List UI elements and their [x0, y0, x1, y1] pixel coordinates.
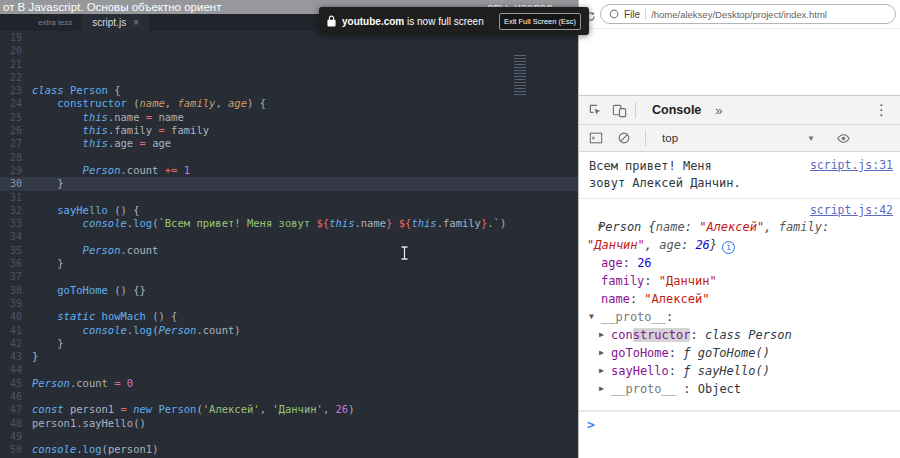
code-line[interactable]: 31	[0, 191, 578, 204]
code-line[interactable]: 49	[0, 430, 578, 443]
expanded-arrow-icon[interactable]: ▼	[589, 308, 594, 326]
line-number: 34	[0, 230, 32, 243]
console-object-tree: ▼Person {name: "Алексей", family: "Данчи…	[587, 218, 893, 398]
clear-console-icon[interactable]	[613, 126, 635, 150]
expanded-arrow-icon[interactable]: ▼	[587, 218, 603, 236]
line-number: 46	[0, 390, 32, 403]
code-line[interactable]: 42 }	[0, 337, 578, 350]
collapsed-arrow-icon[interactable]: ▶	[599, 362, 604, 380]
collapsed-arrow-icon[interactable]: ▶	[599, 326, 604, 344]
code-line[interactable]: 47const person1 = new Person('Алексей', …	[0, 403, 578, 416]
collapsed-arrow-icon[interactable]: ▶	[599, 380, 604, 398]
code-text: goToHome () {}	[32, 284, 146, 297]
line-number: 23	[0, 84, 32, 97]
code-line[interactable]: 46	[0, 390, 578, 403]
code-line[interactable]: 21	[0, 58, 578, 71]
code-line[interactable]: 34	[0, 230, 578, 243]
device-toolbar-icon[interactable]	[607, 98, 631, 122]
minimap[interactable]	[514, 55, 526, 95]
close-icon[interactable]: ×	[133, 17, 139, 28]
code-line[interactable]: 43}	[0, 350, 578, 363]
console-tree-row[interactable]: ▶constructor: class Person	[587, 326, 893, 344]
code-line[interactable]: 45Person.count = 0	[0, 377, 578, 390]
line-number: 43	[0, 350, 32, 363]
tab-label: extra less	[38, 18, 72, 27]
console-tree-row[interactable]: ▶__proto__ : Object	[587, 380, 893, 398]
notification-site: youtube.com	[342, 16, 404, 27]
console-tree-row[interactable]: name: "Алексей"	[587, 290, 893, 308]
screen: от В Javascript. Основы объектно ориент …	[0, 0, 900, 458]
video-title-left: от В Javascript. Основы объектно ориент	[3, 0, 221, 14]
code-text: const person1 = new Person('Алексей', 'Д…	[32, 403, 355, 416]
code-line[interactable]: 27 this.age = age	[0, 137, 578, 150]
code-line[interactable]: 44	[0, 363, 578, 376]
info-icon[interactable]: i	[722, 241, 735, 254]
line-number: 37	[0, 270, 32, 283]
console-tree-row[interactable]: ▼Person {name: "Алексей", family: "Данчи…	[587, 218, 893, 254]
code-line[interactable]: 36 }	[0, 257, 578, 270]
code-line[interactable]: 23class Person {	[0, 84, 578, 97]
console-message: Всем привет! Меня зовут Алексей Данчин. …	[579, 152, 900, 199]
console-tree-row[interactable]: ▶sayHello: ƒ sayHello()	[587, 362, 893, 380]
notification-text: youtube.com is now full screen	[342, 16, 484, 27]
code-text: console.log(person1)	[32, 443, 158, 456]
code-line[interactable]: 28	[0, 151, 578, 164]
live-expression-eye-icon[interactable]	[833, 126, 855, 150]
line-number: 27	[0, 137, 32, 150]
console-sidebar-icon[interactable]	[585, 126, 607, 150]
source-link[interactable]: script.js:31	[810, 158, 893, 172]
code-line[interactable]: 33 console.log(`Всем привет! Меня зовут …	[0, 217, 578, 230]
code-line[interactable]: 24 constructor (name, family, age) {	[0, 97, 578, 110]
code-line[interactable]: 30 }	[0, 177, 578, 190]
code-line[interactable]: 41 console.log(Person.count)	[0, 324, 578, 337]
code-line[interactable]: 29 Person.count += 1	[0, 164, 578, 177]
code-line[interactable]: 32 sayHello () {	[0, 204, 578, 217]
editor-tab-extra[interactable]: extra less	[28, 14, 82, 31]
exit-fullscreen-button[interactable]: Exit Full Screen (Esc)	[499, 13, 581, 30]
source-link[interactable]: script.js:42	[810, 203, 893, 217]
tab-console[interactable]: Console	[640, 96, 713, 124]
line-number: 48	[0, 417, 32, 430]
url-separator	[645, 9, 646, 20]
collapsed-arrow-icon[interactable]: ▶	[599, 344, 604, 362]
console-tree-row[interactable]: ▶goToHome: ƒ goToHome()	[587, 344, 893, 362]
code-line[interactable]: 48person1.sayHello()	[0, 417, 578, 430]
context-value: top	[662, 132, 678, 144]
console-tree-row[interactable]: ▼__proto__:	[587, 308, 893, 326]
editor-tab-scriptjs[interactable]: script.js ×	[82, 14, 149, 31]
code-text: Person.count	[32, 244, 158, 257]
browser-pane: File /home/aleksey/Desktop/project/index…	[578, 0, 900, 458]
code-line[interactable]: 35 Person.count	[0, 244, 578, 257]
code-line[interactable]: 20	[0, 44, 578, 57]
context-selector[interactable]: top ▼	[656, 132, 821, 144]
devtools-menu-icon[interactable]: ⋮	[874, 101, 889, 119]
notification-message: is now full screen	[404, 16, 483, 27]
code-line[interactable]: 26 this.family = family	[0, 124, 578, 137]
code-line[interactable]: 38 goToHome () {}	[0, 284, 578, 297]
code-line[interactable]: 40 static howMach () {	[0, 310, 578, 323]
line-number: 44	[0, 363, 32, 376]
line-number: 26	[0, 124, 32, 137]
inspect-element-icon[interactable]	[583, 98, 607, 122]
line-number: 35	[0, 244, 32, 257]
line-number: 24	[0, 97, 32, 110]
more-tabs-icon[interactable]: »	[715, 103, 722, 118]
prompt-chevron-icon: >	[587, 417, 595, 432]
site-info-icon[interactable]	[609, 9, 619, 19]
line-number: 19	[0, 31, 32, 44]
code-line[interactable]: 37	[0, 270, 578, 283]
console-tree-row[interactable]: family: "Данчин"	[587, 272, 893, 290]
browser-toolbar: File /home/aleksey/Desktop/project/index…	[579, 0, 900, 29]
code-line[interactable]: 25 this.name = name	[0, 111, 578, 124]
code-line[interactable]: 50console.log(person1)	[0, 443, 578, 456]
console-prompt[interactable]: >	[579, 411, 900, 437]
code-text: this.family = family	[32, 124, 209, 137]
code-line[interactable]: 22	[0, 71, 578, 84]
line-number: 49	[0, 430, 32, 443]
code-line[interactable]: 39	[0, 297, 578, 310]
code-text: class Person {	[32, 84, 121, 97]
line-number: 41	[0, 324, 32, 337]
console-tree-row[interactable]: age: 26	[587, 254, 893, 272]
code-editor: от В Javascript. Основы объектно ориент …	[0, 0, 578, 458]
url-bar[interactable]: File /home/aleksey/Desktop/project/index…	[600, 4, 896, 24]
